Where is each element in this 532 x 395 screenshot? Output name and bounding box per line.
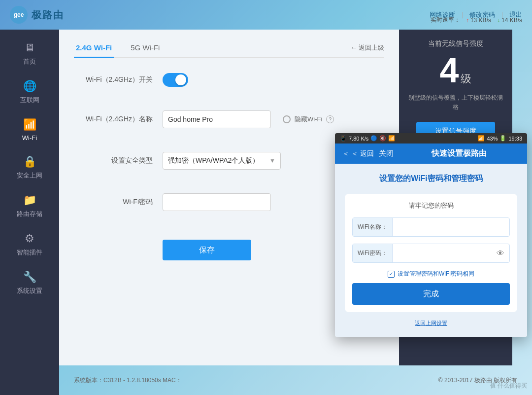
sidebar-item-label: 系统设置: [17, 287, 42, 295]
mobile-status-left: 📱 7.80 K/s 🔵 🔇 📶: [340, 135, 395, 142]
mobile-battery: 43%: [487, 136, 498, 142]
sidebar-item-label: Wi-Fi: [22, 134, 37, 142]
top-bar: gee 极路由 网络诊断 ｜ 修改密码 ｜ 退出: [0, 0, 532, 30]
sync-label: 设置管理密码和WiFi密码相同: [398, 270, 474, 278]
wifi-name-label: Wi-Fi（2.4GHz）名称: [74, 115, 153, 124]
download-speed: ↓ 14 KB/s: [497, 16, 522, 24]
sidebar-item-security[interactable]: 🔒 安全上网: [0, 148, 59, 187]
tab-5g[interactable]: 5G Wi-Fi: [129, 39, 162, 58]
complete-button[interactable]: 完成: [352, 283, 510, 305]
password-label: Wi-Fi密码: [74, 198, 153, 207]
mobile-dialog: 📱 7.80 K/s 🔵 🔇 📶 📶 43% 🔋 19:33 ＜ ＜ 返回 关闭…: [335, 133, 527, 337]
mobile-wifi-name-field: WiFi名称：: [352, 217, 510, 237]
sidebar-item-wifi[interactable]: 📶 Wi-Fi: [0, 111, 59, 148]
mobile-remember-label: 请牢记您的密码: [352, 201, 510, 210]
sync-checkbox[interactable]: ✓: [388, 271, 395, 278]
eye-icon[interactable]: 👁: [492, 249, 509, 258]
mobile-wifi-status-icon: 📶: [388, 135, 395, 142]
signal-level: 4: [440, 53, 459, 88]
mobile-wifi-password-field: WiFi密码： 👁: [352, 244, 510, 263]
wifi-toggle-control: [163, 73, 384, 87]
speed-label: 实时速率：: [431, 16, 460, 24]
help-icon[interactable]: ?: [326, 115, 334, 123]
mobile-nav-bar: ＜ ＜ 返回 关闭 快速设置极路由: [335, 144, 527, 164]
upload-speed: ↑ 13 KB/s: [466, 16, 491, 24]
version-info: 系统版本：C312B - 1.2.8.18050s MAC：: [74, 376, 182, 385]
password-input[interactable]: [163, 193, 271, 211]
wifi-name-control: 隐藏Wi-Fi ?: [163, 110, 384, 128]
signal-desc: 别墅级的信号覆盖，上下楼层轻松满格: [406, 93, 505, 112]
mobile-status-right: 📶 43% 🔋 19:33: [478, 135, 522, 142]
tab-bar: 2.4G Wi-Fi 5G Wi-Fi ← 返回上级: [74, 39, 384, 58]
mobile-back-button[interactable]: ＜ ＜ 返回: [342, 149, 374, 158]
mobile-back-link[interactable]: 返回上网设置: [345, 320, 517, 327]
wifi-switch-label: Wi-Fi（2.4GHz）开关: [74, 75, 153, 84]
sidebar-item-settings[interactable]: 🔧 系统设置: [0, 264, 59, 302]
wifi-name-input[interactable]: [163, 110, 271, 128]
chevron-down-icon: ▼: [269, 157, 275, 164]
save-button[interactable]: 保存: [163, 240, 251, 260]
sidebar-item-plugins[interactable]: ⚙ 智能插件: [0, 225, 59, 264]
mobile-battery-icon: 🔋: [499, 135, 506, 142]
signal-title: 当前无线信号强度: [428, 39, 483, 48]
signal-unit: 级: [461, 72, 471, 86]
logo-area: gee 极路由: [10, 6, 64, 24]
sidebar-item-label: 安全上网: [17, 171, 42, 180]
back-chevron-icon: ＜: [342, 149, 349, 158]
sidebar-item-label: 路由存储: [17, 210, 42, 218]
mobile-speed: 7.80 K/s: [349, 136, 368, 142]
mobile-bt-icon: 🔵: [370, 135, 377, 142]
sidebar-footer: [0, 365, 59, 395]
sync-checkbox-row[interactable]: ✓ 设置管理密码和WiFi密码相同: [352, 270, 510, 278]
home-icon: 🖥: [24, 41, 35, 54]
download-arrow-icon: ↓: [497, 17, 500, 24]
logo-icon: gee: [10, 6, 28, 24]
sidebar-item-label: 智能插件: [17, 248, 42, 257]
hide-wifi-row: 隐藏Wi-Fi ?: [283, 115, 334, 124]
hide-wifi-radio[interactable]: [283, 115, 291, 123]
security-icon: 🔒: [23, 155, 36, 168]
mobile-small-icon: 📱: [340, 135, 347, 142]
sidebar-item-storage[interactable]: 📁 路由存储: [0, 187, 59, 225]
security-select[interactable]: 强加密（WPA/WPA2个人版） ▼: [163, 152, 281, 170]
mobile-content: 设置您的WiFi密码和管理密码 请牢记您的密码 WiFi名称： WiFi密码： …: [335, 164, 527, 337]
security-type-label: 设置安全类型: [74, 156, 153, 165]
mobile-wifi-name-input[interactable]: [393, 218, 509, 236]
wifi-toggle-row: Wi-Fi（2.4GHz）开关: [74, 68, 384, 92]
tab-2g[interactable]: 2.4G Wi-Fi: [74, 39, 114, 58]
sidebar-item-internet[interactable]: 🌐 互联网: [0, 73, 59, 111]
plugins-icon: ⚙: [25, 232, 34, 245]
speed-bar: 实时速率： ↑ 13 KB/s ↓ 14 KB/s: [431, 16, 522, 24]
mobile-wifi-password-input[interactable]: [393, 245, 492, 262]
mobile-close-button[interactable]: 关闭: [379, 149, 394, 158]
mobile-wifi-password-label: WiFi密码：: [353, 244, 393, 262]
mobile-status-bar: 📱 7.80 K/s 🔵 🔇 📶 📶 43% 🔋 19:33: [335, 133, 527, 144]
sidebar-item-label: 首页: [23, 57, 36, 66]
watermark: 值 什么值得买: [490, 382, 527, 390]
hide-wifi-label: 隐藏Wi-Fi: [295, 115, 322, 124]
wifi-toggle-switch[interactable]: [163, 73, 188, 87]
mobile-signal-icon: 📶: [478, 135, 485, 142]
mobile-card: 请牢记您的密码 WiFi名称： WiFi密码： 👁 ✓ 设置管理密码和WiFi密…: [345, 194, 517, 312]
wifi-icon: 📶: [23, 118, 36, 131]
mobile-wifi-name-label: WiFi名称：: [353, 218, 393, 236]
settings-icon: 🔧: [23, 271, 36, 284]
sidebar-item-home[interactable]: 🖥 首页: [0, 35, 59, 73]
storage-icon: 📁: [23, 194, 36, 207]
sidebar-item-label: 互联网: [20, 96, 39, 105]
mobile-nav-title: 快速设置极路由: [399, 148, 520, 159]
mobile-back-label: ＜ 返回: [351, 149, 374, 158]
mobile-main-title: 设置您的WiFi密码和管理密码: [345, 174, 517, 184]
internet-icon: 🌐: [23, 80, 36, 93]
mobile-sound-icon: 🔇: [379, 135, 386, 142]
mobile-time: 19:33: [508, 136, 522, 142]
sidebar: 🖥 首页 🌐 互联网 📶 Wi-Fi 🔒 安全上网 📁 路由存储 ⚙ 智能插件 …: [0, 30, 59, 365]
back-button[interactable]: ← 返回上级: [350, 43, 384, 57]
upload-arrow-icon: ↑: [466, 17, 469, 24]
wifi-name-row: Wi-Fi（2.4GHz）名称 隐藏Wi-Fi ?: [74, 106, 384, 133]
footer: 系统版本：C312B - 1.2.8.18050s MAC： © 2013-20…: [59, 365, 532, 395]
app-title: 极路由: [32, 8, 64, 22]
